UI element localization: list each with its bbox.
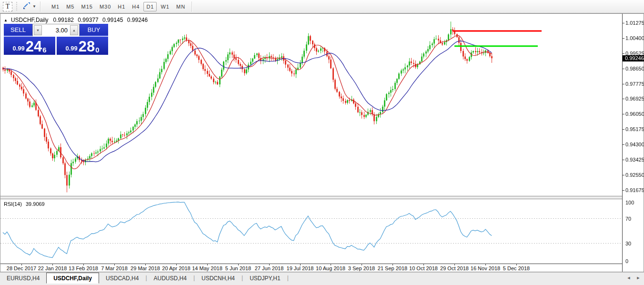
price-axis-label: 0.96050 bbox=[625, 111, 644, 117]
date-label: 3 Sep 2018 bbox=[348, 265, 375, 271]
date-axis[interactable]: 28 Dec 201722 Jan 201813 Feb 20187 Mar 2… bbox=[0, 264, 623, 272]
symbol-label: USDCHF,Daily bbox=[11, 17, 49, 23]
sell-button[interactable]: SELL bbox=[4, 24, 32, 36]
toolbar-separator bbox=[40, 1, 40, 12]
price-axis[interactable]: 1.012751.004000.995250.986500.977750.969… bbox=[622, 14, 644, 272]
date-label: 19 Jul 2018 bbox=[287, 265, 314, 271]
price-axis-tick bbox=[623, 69, 624, 69]
collapse-triangle-icon[interactable]: ▲ bbox=[4, 18, 8, 22]
panel-splitter[interactable] bbox=[0, 196, 623, 199]
tab-usdcnh-h4[interactable]: USDCNH,H4 bbox=[195, 273, 242, 283]
tab-separator: | bbox=[287, 275, 289, 281]
timeframe-h1[interactable]: H1 bbox=[115, 2, 128, 11]
toolbar-grip bbox=[16, 2, 18, 11]
tab-usdchf-daily[interactable]: USDCHF,Daily bbox=[46, 273, 99, 284]
sync-arrows-icon bbox=[22, 2, 31, 11]
rsi-axis-label: 30 bbox=[625, 241, 631, 246]
price-axis-tick bbox=[623, 38, 624, 39]
timeframe-m5[interactable]: M5 bbox=[63, 2, 77, 11]
timeframe-m15[interactable]: M15 bbox=[78, 2, 95, 11]
price-axis-tick bbox=[623, 144, 624, 145]
price-axis-tick bbox=[623, 99, 624, 99]
price-axis-tick bbox=[623, 129, 624, 130]
tab-usdjpy-h1[interactable]: USDJPY,H1 bbox=[243, 273, 287, 283]
price-axis-label: 0.96925 bbox=[625, 96, 644, 102]
rsi-name: RSI(14) bbox=[4, 201, 22, 207]
tab-scroll-left-icon[interactable]: ◄ bbox=[625, 274, 633, 282]
date-label: 14 May 2018 bbox=[192, 265, 222, 271]
rsi-indicator-label: RSI(14) 39.9069 bbox=[4, 201, 47, 207]
volume-input[interactable] bbox=[43, 24, 69, 36]
price-axis-label: 0.95175 bbox=[625, 126, 644, 132]
date-label: 5 Dec 2018 bbox=[503, 265, 530, 271]
rsi-axis-label: 0 bbox=[625, 258, 628, 264]
rsi-axis-label: 100 bbox=[625, 200, 634, 205]
date-label: 10 Aug 2018 bbox=[316, 265, 345, 271]
rsi-chart-canvas[interactable] bbox=[0, 199, 623, 264]
timeframe-d1[interactable]: D1 bbox=[143, 2, 157, 11]
date-label: 22 Jan 2018 bbox=[38, 265, 67, 271]
date-label: 5 Jun 2018 bbox=[225, 265, 251, 271]
tab-eurusd-h4[interactable]: EURUSD,H4 bbox=[0, 273, 46, 283]
date-label: 27 Jun 2018 bbox=[255, 265, 284, 271]
volume-increase-button[interactable]: ▲ bbox=[70, 25, 78, 35]
price-axis-label: 0.98650 bbox=[625, 66, 644, 71]
timeframe-w1[interactable]: W1 bbox=[158, 2, 172, 11]
timeframe-m1[interactable]: M1 bbox=[49, 2, 62, 11]
price-axis-tick bbox=[623, 175, 624, 175]
buy-button[interactable]: BUY bbox=[80, 24, 108, 36]
sell-price-pips: 24 bbox=[26, 40, 42, 53]
high-value: 0.99377 bbox=[78, 17, 98, 23]
chart-window: 28 Dec 201722 Jan 201813 Feb 20187 Mar 2… bbox=[0, 13, 644, 272]
sync-charts-tool[interactable]: ▼ bbox=[22, 2, 36, 11]
date-label: 28 Dec 2017 bbox=[7, 265, 36, 271]
date-label: 16 Nov 2018 bbox=[471, 265, 500, 271]
rsi-value: 39.9069 bbox=[26, 201, 45, 207]
low-value: 0.99145 bbox=[102, 17, 123, 23]
price-axis-label: 1.01275 bbox=[625, 20, 644, 26]
volume-decrease-button[interactable]: ▼ bbox=[34, 25, 42, 35]
volume-box: ▼ ▲ bbox=[32, 24, 80, 36]
price-axis-label: 0.94300 bbox=[625, 142, 644, 147]
price-axis-label: 1.00400 bbox=[625, 35, 644, 41]
one-click-trading-widget: SELL ▼ ▲ BUY 0.99 24 6 0.99 28 0 bbox=[4, 24, 108, 55]
buy-price-panel[interactable]: 0.99 28 0 bbox=[57, 37, 108, 55]
rsi-axis-label: 70 bbox=[625, 216, 631, 222]
ohlc-readout: 0.99182 0.99377 0.99145 0.99246 bbox=[51, 17, 148, 23]
date-label: 29 Mar 2018 bbox=[131, 265, 160, 271]
chart-tab-bar: EURUSD,H4 USDCHF,Daily USDCAD,H4 | AUDUS… bbox=[0, 272, 644, 285]
tab-audusd-h4[interactable]: AUDUSD,H4 bbox=[147, 273, 193, 283]
buy-price-pips: 28 bbox=[79, 40, 95, 53]
tab-usdcad-h4[interactable]: USDCAD,H4 bbox=[99, 273, 145, 283]
date-label: 13 Feb 2018 bbox=[69, 265, 98, 271]
date-label: 29 Oct 2018 bbox=[440, 265, 469, 271]
sell-price-panel[interactable]: 0.99 24 6 bbox=[4, 37, 55, 55]
price-axis-tick bbox=[623, 160, 624, 160]
date-label: 20 Apr 2018 bbox=[162, 265, 190, 271]
sell-price-point: 6 bbox=[42, 47, 46, 53]
top-toolbar: T ▼ M1 M5 M15 M30 H1 H4 D1 W1 MN bbox=[0, 0, 644, 13]
timeframe-mn[interactable]: MN bbox=[173, 2, 188, 11]
price-axis-tick bbox=[623, 114, 624, 114]
open-value: 0.99182 bbox=[53, 17, 74, 23]
buy-price-point: 0 bbox=[95, 47, 99, 53]
timeframe-group: M1 M5 M15 M30 H1 H4 D1 W1 MN bbox=[48, 2, 189, 11]
price-axis-label: 0.97775 bbox=[625, 81, 644, 87]
sell-price-prefix: 0.99 bbox=[12, 45, 24, 52]
close-value: 0.99246 bbox=[127, 17, 148, 23]
price-axis-label: 0.92550 bbox=[625, 172, 644, 178]
current-price-tag: 0.99246 bbox=[623, 55, 644, 61]
timeframe-m30[interactable]: M30 bbox=[97, 2, 114, 11]
buy-price-prefix: 0.99 bbox=[65, 45, 77, 52]
timeframe-h4[interactable]: H4 bbox=[129, 2, 142, 11]
price-axis-tick bbox=[623, 84, 624, 84]
text-tool-icon[interactable]: T bbox=[3, 2, 12, 11]
toolbar-separator bbox=[191, 1, 192, 12]
price-axis-label: 0.91675 bbox=[625, 187, 644, 193]
price-axis-label: 0.93425 bbox=[625, 157, 644, 163]
chevron-down-icon[interactable]: ▼ bbox=[32, 4, 36, 9]
price-axis-tick bbox=[623, 53, 624, 54]
tab-scroll-right-icon[interactable]: ► bbox=[634, 274, 642, 282]
date-label: 21 Sep 2018 bbox=[378, 265, 407, 271]
price-axis-tick bbox=[623, 23, 624, 23]
